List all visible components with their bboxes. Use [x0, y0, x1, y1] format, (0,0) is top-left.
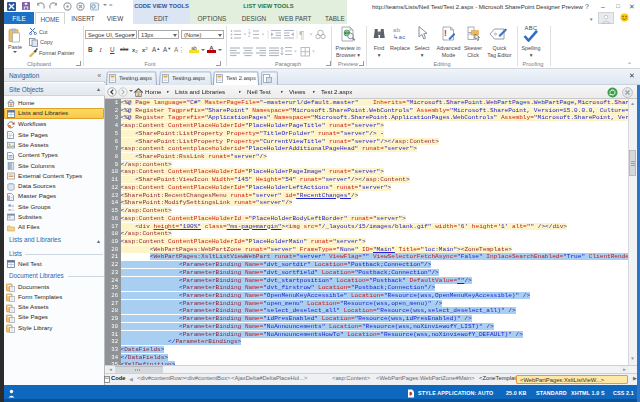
- svg-text:¶: ¶: [299, 30, 304, 41]
- svg-text:!: !: [444, 27, 447, 37]
- svg-text:2: 2: [248, 33, 251, 38]
